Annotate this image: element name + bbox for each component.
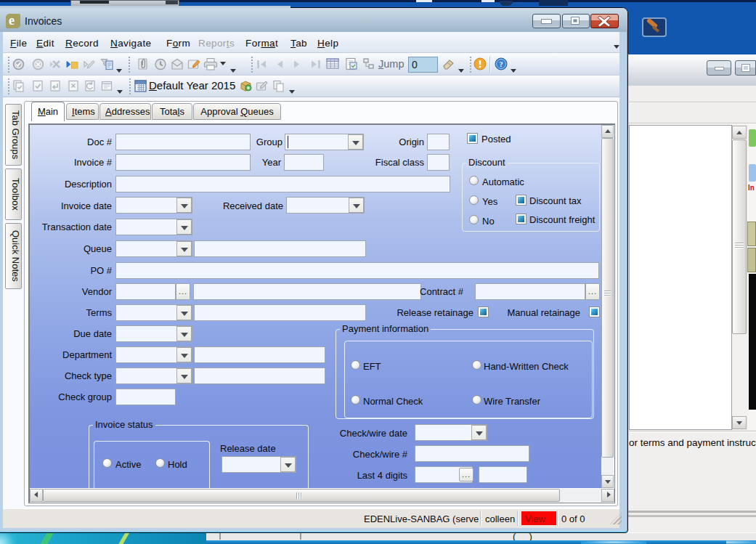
svg-text:?: ? bbox=[499, 60, 503, 68]
